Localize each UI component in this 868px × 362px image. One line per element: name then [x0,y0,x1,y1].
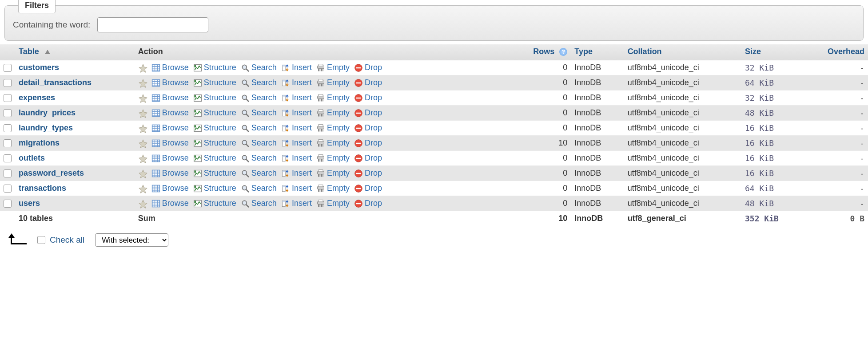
search-action[interactable]: Search [241,123,277,133]
row-checkbox[interactable] [4,79,12,87]
drop-action[interactable]: Drop [354,78,382,87]
structure-action[interactable]: Structure [193,199,236,208]
favorite-star-icon[interactable] [138,139,147,148]
col-size[interactable]: Size [741,44,802,60]
insert-action[interactable]: Insert [281,78,312,87]
browse-action[interactable]: Browse [151,123,189,133]
structure-action[interactable]: Structure [193,123,236,133]
empty-action[interactable]: Empty [316,169,350,178]
insert-action[interactable]: Insert [281,63,312,72]
drop-action[interactable]: Drop [354,108,382,118]
favorite-star-icon[interactable] [138,109,147,118]
structure-action[interactable]: Structure [193,78,236,87]
table-name-link[interactable]: transactions [19,184,66,193]
insert-action[interactable]: Insert [281,169,312,178]
structure-action[interactable]: Structure [193,138,236,148]
col-type[interactable]: Type [571,44,624,60]
browse-action[interactable]: Browse [151,138,189,148]
drop-action[interactable]: Drop [354,123,382,133]
empty-action[interactable]: Empty [316,63,350,72]
row-checkbox[interactable] [4,94,12,102]
search-action[interactable]: Search [241,63,277,72]
structure-action[interactable]: Structure [193,93,236,102]
browse-action[interactable]: Browse [151,93,189,102]
col-table[interactable]: Table [15,44,135,60]
drop-action[interactable]: Drop [354,93,382,102]
row-checkbox[interactable] [4,185,12,193]
favorite-star-icon[interactable] [138,154,147,163]
structure-action[interactable]: Structure [193,153,236,163]
table-name-link[interactable]: customers [19,63,59,72]
table-name-link[interactable]: outlets [19,153,45,162]
col-collation[interactable]: Collation [624,44,741,60]
table-name-link[interactable]: users [19,199,40,208]
drop-action[interactable]: Drop [354,199,382,208]
drop-action[interactable]: Drop [354,153,382,163]
favorite-star-icon[interactable] [138,199,147,208]
empty-action[interactable]: Empty [316,153,350,163]
browse-action[interactable]: Browse [151,63,189,72]
empty-action[interactable]: Empty [316,78,350,87]
with-selected-dropdown[interactable]: With selected: [95,233,168,247]
structure-action[interactable]: Structure [193,108,236,118]
search-action[interactable]: Search [241,108,277,118]
empty-action[interactable]: Empty [316,93,350,102]
drop-action[interactable]: Drop [354,169,382,178]
row-checkbox[interactable] [4,139,12,147]
col-rows[interactable]: Rows ? [509,44,571,60]
search-action[interactable]: Search [241,184,277,193]
empty-action[interactable]: Empty [316,138,350,148]
insert-action[interactable]: Insert [281,184,312,193]
favorite-star-icon[interactable] [138,63,147,72]
row-checkbox[interactable] [4,200,12,208]
table-name-link[interactable]: expenses [19,93,55,102]
empty-action[interactable]: Empty [316,123,350,133]
row-checkbox[interactable] [4,169,12,177]
empty-action[interactable]: Empty [316,199,350,208]
insert-action[interactable]: Insert [281,153,312,163]
browse-action[interactable]: Browse [151,199,189,208]
help-icon[interactable]: ? [559,48,567,56]
insert-action[interactable]: Insert [281,138,312,148]
search-action[interactable]: Search [241,199,277,208]
row-checkbox[interactable] [4,154,12,162]
check-all-label[interactable]: Check all [50,235,84,245]
table-name-link[interactable]: password_resets [19,169,84,177]
search-action[interactable]: Search [241,169,277,178]
empty-action[interactable]: Empty [316,184,350,193]
drop-action[interactable]: Drop [354,138,382,148]
col-overhead[interactable]: Overhead [802,44,868,60]
drop-action[interactable]: Drop [354,63,382,72]
structure-action[interactable]: Structure [193,169,236,178]
favorite-star-icon[interactable] [138,94,147,102]
browse-action[interactable]: Browse [151,169,189,178]
table-name-link[interactable]: laundry_prices [19,108,76,117]
favorite-star-icon[interactable] [138,169,147,178]
browse-action[interactable]: Browse [151,108,189,118]
browse-action[interactable]: Browse [151,184,189,193]
search-action[interactable]: Search [241,78,277,87]
structure-action[interactable]: Structure [193,184,236,193]
insert-action[interactable]: Insert [281,199,312,208]
table-name-link[interactable]: detail_transactions [19,78,92,87]
insert-action[interactable]: Insert [281,108,312,118]
drop-action[interactable]: Drop [354,184,382,193]
search-action[interactable]: Search [241,93,277,102]
empty-action[interactable]: Empty [316,108,350,118]
table-name-link[interactable]: laundry_types [19,123,73,132]
search-action[interactable]: Search [241,153,277,163]
check-all-checkbox[interactable] [37,236,45,244]
favorite-star-icon[interactable] [138,124,147,133]
favorite-star-icon[interactable] [138,79,147,87]
row-checkbox[interactable] [4,64,12,72]
filter-word-input[interactable] [97,17,208,32]
favorite-star-icon[interactable] [138,184,147,193]
browse-action[interactable]: Browse [151,78,189,87]
insert-action[interactable]: Insert [281,93,312,102]
structure-action[interactable]: Structure [193,63,236,72]
row-checkbox[interactable] [4,109,12,117]
table-name-link[interactable]: migrations [19,138,60,147]
insert-action[interactable]: Insert [281,123,312,133]
row-checkbox[interactable] [4,124,12,132]
browse-action[interactable]: Browse [151,153,189,163]
